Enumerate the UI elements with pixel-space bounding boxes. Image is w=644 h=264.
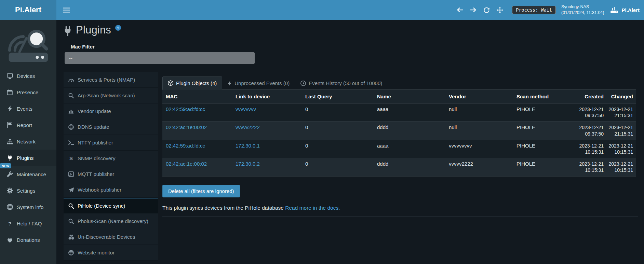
sidebar-item-network[interactable]: Network xyxy=(0,133,56,150)
pialert-device-icon xyxy=(610,6,618,14)
docs-link[interactable]: Read more in the docs. xyxy=(285,205,340,211)
snmp-icon: S xyxy=(68,156,74,161)
pialert-app-link[interactable]: Pi.Alert xyxy=(610,6,640,14)
plugin-nav-undiscoverable-devices[interactable]: Un-Discoverable Devices xyxy=(64,229,158,245)
sidebar-item-label: Report xyxy=(17,122,32,128)
name-cell: aaaa xyxy=(374,140,445,158)
arrows-move-button[interactable] xyxy=(493,7,507,13)
sidebar-item-presence[interactable]: Presence xyxy=(0,84,56,100)
lightning-icon xyxy=(228,81,232,86)
device-link[interactable]: vvvvv2222 xyxy=(236,124,260,130)
plugin-nav-label: Webhook publisher xyxy=(78,187,121,193)
main-layout: Devices Presence Events xyxy=(0,20,644,264)
plugin-note: This plugin syncs devices from the PiHol… xyxy=(162,205,638,211)
plugin-nav-snmp-discovery[interactable]: S SNMP discovery xyxy=(64,151,158,166)
last-query-cell: 0 xyxy=(302,103,374,122)
mac-link[interactable]: 02:42:59:ad:fd:cc xyxy=(166,106,205,112)
globe-icon xyxy=(68,124,74,130)
plugin-nav-label: Arp-Scan (Network scan) xyxy=(78,93,135,98)
gauge-icon xyxy=(68,77,74,82)
arrow-right-icon xyxy=(470,7,477,13)
created-cell: 2023-12-21 09:37:50 xyxy=(574,122,606,140)
changed-cell: 2023-12-21 21:15:31 xyxy=(606,103,636,122)
refresh-button[interactable] xyxy=(480,7,493,13)
tab-unprocessed-events[interactable]: Unprocessed Events (0) xyxy=(222,77,295,90)
sidebar-item-label: Devices xyxy=(17,73,35,79)
sidebar-item-donations[interactable]: Donations xyxy=(0,232,56,248)
plugin-nav-label: Services & Ports (NMAP) xyxy=(78,77,135,83)
vendor-cell: vvvvv2222 xyxy=(445,158,513,176)
column-header-last-query[interactable]: Last Query xyxy=(302,90,374,103)
sidebar-item-label: Settings xyxy=(17,188,35,194)
brand-link[interactable]: Pi.Alert xyxy=(0,0,56,20)
column-header-name[interactable]: Name xyxy=(374,90,445,103)
sidebar-item-events[interactable]: Events xyxy=(0,100,56,117)
column-header-mac[interactable]: MAC xyxy=(162,90,232,103)
device-link[interactable]: 172.30.0.1 xyxy=(236,143,260,149)
plugin-objects-table: MAC Link to device Last Query Name Vendo… xyxy=(162,90,636,177)
menu-toggle-button[interactable] xyxy=(56,0,77,20)
plugin-nav-services-ports[interactable]: Services & Ports (NMAP) xyxy=(64,72,158,88)
plugin-nav-mqtt-publisher[interactable]: MQTT publisher xyxy=(64,166,158,182)
device-link[interactable]: vvvvvvvv xyxy=(236,106,256,112)
scan-method-cell: PIHOLE xyxy=(513,140,574,158)
plugin-nav-arp-scan[interactable]: Arp-Scan (Network scan) xyxy=(64,88,158,103)
sidebar-item-label: Network xyxy=(17,139,36,144)
scan-method-cell: PIHOLE xyxy=(513,122,574,140)
mac-link[interactable]: 02:42:59:ad:fd:cc xyxy=(166,143,205,149)
tab-plugin-objects[interactable]: Plugin Objects (4) xyxy=(162,77,222,90)
tab-events-history[interactable]: Events History (50 out of 10000) xyxy=(295,77,388,90)
plugin-nav-pholus-scan[interactable]: Pholus-Scan (Name discovery) xyxy=(64,213,158,229)
plugin-nav-website-monitor[interactable]: Website monitor xyxy=(64,245,158,261)
created-cell: 2023-12-21 10:15:31 xyxy=(574,158,606,176)
arrows-move-icon xyxy=(497,7,503,13)
help-badge[interactable]: ? xyxy=(115,25,121,31)
plugin-nav-ddns-update[interactable]: DDNS update xyxy=(64,119,158,135)
page-title-row: Plugins ? xyxy=(64,24,638,36)
plugin-nav-webhook-publisher[interactable]: Webhook publisher xyxy=(64,182,158,198)
arrow-left-icon xyxy=(457,7,463,13)
top-header: Pi.Alert xyxy=(0,0,644,20)
plugin-nav-label: SNMP discovery xyxy=(78,155,116,161)
delete-all-button[interactable]: Delete all (filters are ignored) xyxy=(162,185,240,197)
plugins-content: Services & Ports (NMAP) Arp-Scan (Networ… xyxy=(64,72,638,261)
sidebar-item-label: Presence xyxy=(17,89,38,95)
paper-plane-icon xyxy=(68,187,74,193)
sidebar-item-system-info[interactable]: System info xyxy=(0,199,56,215)
column-header-changed[interactable]: Changed xyxy=(606,90,636,103)
search-icon xyxy=(68,93,74,98)
sidebar-item-label: Plugins xyxy=(17,155,33,161)
tab-label: Events History (50 out of 10000) xyxy=(309,80,382,86)
tab-bar: Plugin Objects (4) Unprocessed Events (0… xyxy=(162,77,636,90)
column-header-created[interactable]: Created xyxy=(574,90,606,103)
plugin-nav: Services & Ports (NMAP) Arp-Scan (Networ… xyxy=(64,72,158,261)
sidebar-item-maintenance[interactable]: NEW Maintenance xyxy=(0,166,56,182)
sidebar-item-settings[interactable]: Settings xyxy=(0,182,56,199)
device-link[interactable]: 172.30.0.2 xyxy=(236,161,260,167)
column-header-vendor[interactable]: Vendor xyxy=(445,90,513,103)
refresh-icon xyxy=(483,7,490,13)
plugin-nav-vendor-update[interactable]: Vendor update xyxy=(64,103,158,119)
last-query-cell: 0 xyxy=(302,158,374,176)
nav-back-button[interactable] xyxy=(453,7,467,13)
sidebar-item-help[interactable]: ? Help / FAQ xyxy=(0,215,56,232)
plugin-note-text: This plugin syncs devices from the PiHol… xyxy=(162,205,284,211)
nav-forward-button[interactable] xyxy=(467,7,480,13)
tab-label: Unprocessed Events (0) xyxy=(234,80,290,86)
name-cell: aaaa xyxy=(374,103,445,122)
plugin-nav-label: MQTT publisher xyxy=(78,171,114,177)
cube-icon xyxy=(168,80,173,86)
plugin-nav-ntfy-publisher[interactable]: NTFY publisher xyxy=(64,135,158,151)
plugin-nav-pihole[interactable]: PiHole (Device sync) xyxy=(64,198,158,213)
mac-link[interactable]: 02:42:ac:1e:00:02 xyxy=(166,161,207,167)
sidebar-item-devices[interactable]: Devices xyxy=(0,68,56,84)
mac-filter-input[interactable] xyxy=(65,52,255,64)
column-header-link[interactable]: Link to device xyxy=(232,90,302,103)
wrench-icon xyxy=(6,171,13,177)
devices-icon xyxy=(6,73,13,79)
mac-link[interactable]: 02:42:ac:1e:00:02 xyxy=(166,124,207,130)
scan-method-cell: PIHOLE xyxy=(513,158,574,176)
sidebar-item-report[interactable]: Report xyxy=(0,117,56,133)
plug-icon xyxy=(6,155,13,161)
column-header-scan-method[interactable]: Scan method xyxy=(513,90,574,103)
